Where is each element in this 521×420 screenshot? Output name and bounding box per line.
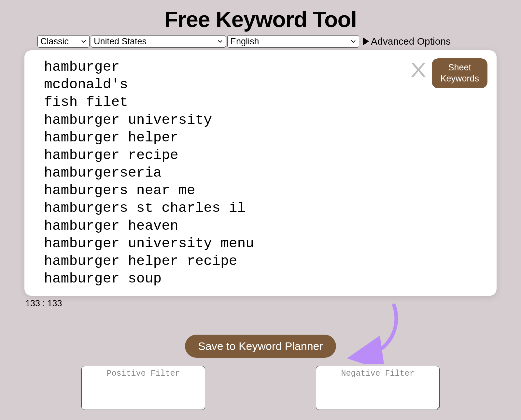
keyword-counter: 133 : 133 [25,298,498,309]
advanced-options-toggle[interactable]: Advanced Options [363,36,451,47]
negative-filter-input[interactable] [316,366,440,410]
keyword-input-card: hamburger mcdonald's fish filet hamburge… [24,50,497,296]
save-to-planner-button[interactable]: Save to Keyword Planner [185,335,336,358]
country-select[interactable]: United States [91,35,226,48]
mode-select[interactable]: Classic [37,35,90,48]
filters-row [23,366,498,410]
language-select[interactable]: English [227,35,359,48]
sheet-keywords-label-2: Keywords [440,74,479,83]
sheet-keywords-button[interactable]: Sheet Keywords [432,58,487,88]
advanced-options-label: Advanced Options [371,36,451,47]
page-title: Free Keyword Tool [23,7,498,32]
controls-row: Classic United States English Advanced O… [23,35,498,48]
clear-input-button[interactable]: X [411,60,426,80]
annotation-arrow-icon [345,302,410,364]
positive-filter-input[interactable] [81,366,205,410]
keyword-textarea[interactable]: hamburger mcdonald's fish filet hamburge… [44,58,487,288]
triangle-right-icon [363,37,369,45]
sheet-keywords-label-1: Sheet [448,63,471,72]
